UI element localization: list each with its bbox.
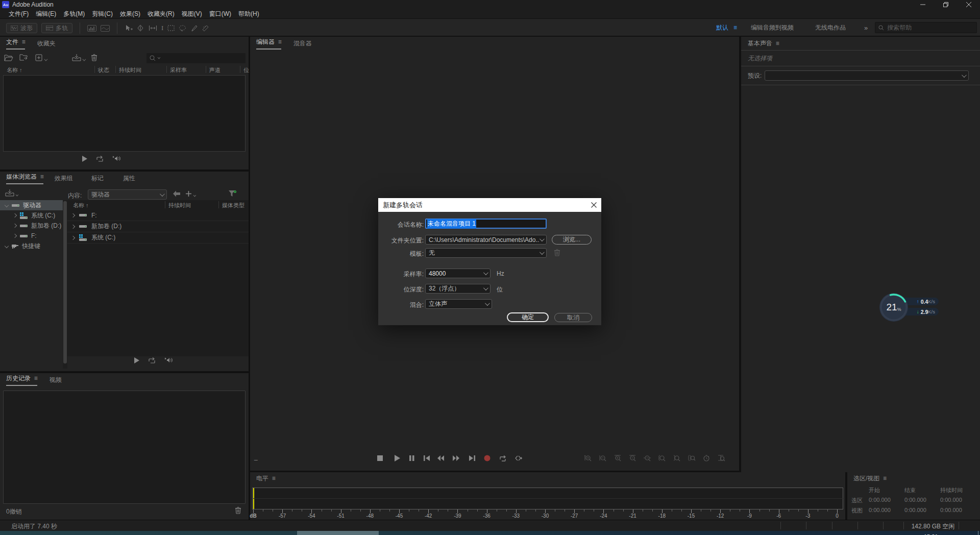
files-column-header[interactable]: 名称 ↑状态持续时间采样率声道位	[0, 65, 249, 75]
lasso-tool-icon[interactable]	[179, 25, 186, 32]
zoom-to-out-point-icon[interactable]	[673, 455, 681, 461]
files-column-2[interactable]: 持续时间	[119, 66, 141, 74]
folder-location-dropdown[interactable]: C:\Users\Administrator\Documents\Ado...	[425, 235, 547, 245]
files-list[interactable]	[3, 75, 246, 152]
menu-item-6[interactable]: 视图(V)	[178, 10, 206, 18]
import-file-icon[interactable]	[19, 54, 29, 61]
spot-healing-tool-icon[interactable]	[202, 25, 209, 32]
essential-sound-menu-icon[interactable]: ≡	[776, 40, 779, 47]
tab-editor[interactable]: 编辑器 ≡	[256, 38, 281, 50]
add-shortcut-icon[interactable]	[185, 190, 195, 197]
minimize-button[interactable]	[911, 0, 934, 9]
session-name-input[interactable]: 未命名混音项目 1	[425, 218, 547, 229]
files-panel-menu-icon[interactable]: ≡	[22, 38, 25, 45]
network-percent-circle[interactable]: 21%	[879, 293, 908, 322]
preset-dropdown[interactable]	[765, 70, 969, 81]
move-to-next-icon[interactable]	[469, 455, 476, 461]
tab-media-browser[interactable]: 媒体浏览器 ≡	[6, 173, 43, 184]
multitrack-view-button[interactable]: 多轨	[41, 23, 72, 33]
template-dropdown[interactable]: 无	[425, 248, 547, 258]
files-column-4[interactable]: 声道	[209, 66, 220, 74]
mix-dropdown[interactable]: 立体声	[425, 299, 492, 309]
taskbar-active-app[interactable]	[297, 531, 379, 535]
files-column-1[interactable]: 状态	[98, 66, 109, 74]
play-icon[interactable]	[82, 156, 87, 162]
media-list-item-1[interactable]: 新加卷 (D:)	[67, 221, 249, 232]
record-icon[interactable]	[484, 455, 492, 461]
stop-icon[interactable]	[377, 455, 384, 461]
play-icon[interactable]	[394, 455, 401, 461]
tab-selection-view[interactable]: 选区/视图 ≡	[853, 474, 886, 483]
media-tree-item-3[interactable]: F:	[0, 231, 63, 241]
close-button[interactable]	[957, 0, 980, 9]
history-panel-menu-icon[interactable]: ≡	[34, 375, 37, 382]
import-media-icon[interactable]	[72, 54, 85, 61]
tab-effects-rack[interactable]: 效果组	[55, 174, 73, 183]
restore-button[interactable]	[934, 0, 957, 9]
bit-depth-dropdown[interactable]: 32（浮点）	[425, 284, 491, 294]
new-content-icon[interactable]	[35, 54, 46, 61]
template-delete-icon[interactable]	[554, 249, 560, 256]
move-to-previous-icon[interactable]	[423, 455, 431, 461]
menu-item-4[interactable]: 效果(S)	[116, 10, 144, 18]
brush-tool-icon[interactable]	[190, 25, 198, 32]
spectral-display-icon[interactable]	[87, 25, 96, 32]
waveform-view-button[interactable]: 波形	[6, 23, 37, 33]
tab-markers[interactable]: 标记	[91, 174, 104, 183]
help-search-box[interactable]: 搜索帮助	[875, 22, 977, 33]
zoom-to-selection-icon[interactable]	[688, 455, 696, 461]
open-file-icon[interactable]	[4, 54, 13, 61]
menu-item-0[interactable]: 文件(F)	[5, 10, 32, 18]
tab-essential-sound[interactable]: 基本声音 ≡	[748, 39, 779, 48]
workspace-tab-default[interactable]: 默认	[716, 23, 728, 32]
media-list-item-0[interactable]: F:	[67, 210, 249, 221]
tab-levels[interactable]: 电平 ≡	[256, 474, 275, 483]
back-icon[interactable]	[173, 190, 181, 197]
auto-play-icon[interactable]	[164, 357, 173, 363]
editor-panel-menu-icon[interactable]: ≡	[278, 38, 281, 45]
zoom-in-vertical-icon[interactable]	[584, 455, 592, 461]
tab-history[interactable]: 历史记录 ≡	[6, 374, 37, 386]
skip-selection-icon[interactable]	[514, 455, 522, 461]
menu-item-8[interactable]: 帮助(H)	[235, 10, 263, 18]
workspace-menu-icon[interactable]: ≡	[733, 24, 737, 31]
timed-record-icon[interactable]	[703, 455, 710, 461]
zoom-reset-icon[interactable]	[644, 455, 651, 461]
tab-favorites[interactable]: 收藏夹	[37, 39, 56, 48]
zoom-out-horizontal-icon[interactable]	[629, 455, 636, 461]
cancel-button[interactable]: 取消	[554, 313, 592, 322]
pause-icon[interactable]	[408, 455, 416, 461]
text-tool-icon[interactable]: I	[161, 24, 163, 32]
media-list-column-2[interactable]: 媒体类型	[222, 202, 244, 209]
menu-item-7[interactable]: 窗口(W)	[206, 10, 235, 18]
media-list-column-1[interactable]: 持续时间	[168, 202, 191, 209]
files-trash-icon[interactable]	[91, 54, 97, 61]
content-dropdown[interactable]: 驱动器	[88, 189, 167, 200]
move-tool-icon[interactable]	[125, 25, 133, 32]
menu-item-5[interactable]: 收藏夹(R)	[144, 10, 178, 18]
files-search-box[interactable]	[146, 53, 246, 63]
history-list[interactable]	[3, 391, 246, 504]
media-import-icon[interactable]	[5, 189, 17, 197]
loop-icon[interactable]	[499, 455, 507, 461]
windows-taskbar[interactable]: 15:21	[0, 531, 980, 535]
fast-forward-icon[interactable]	[452, 455, 460, 461]
media-panel-menu-icon[interactable]: ≡	[40, 173, 43, 180]
workspace-tab-edit-audio-to-video[interactable]: 编辑音频到视频	[751, 23, 794, 32]
tab-video[interactable]: 视频	[50, 376, 62, 384]
network-monitor-widget[interactable]: ↑ 0.4 K/s ↓ 2.9 K/s 21%	[879, 293, 941, 322]
tab-files[interactable]: 文件 ≡	[6, 38, 25, 50]
media-list-item-2[interactable]: 系统 (C:)	[67, 232, 249, 244]
files-column-3[interactable]: 采样率	[170, 66, 187, 74]
slip-tool-icon[interactable]	[149, 25, 157, 31]
browse-button[interactable]: 浏览...	[552, 235, 592, 245]
media-tree-scrollbar[interactable]	[63, 200, 67, 369]
media-list-column-0[interactable]: 名称 ↑	[73, 202, 89, 209]
zoom-full-icon[interactable]	[718, 455, 725, 461]
rewind-icon[interactable]	[437, 455, 445, 461]
media-tree-item-1[interactable]: 系统 (C:)	[0, 210, 63, 221]
play-icon[interactable]	[134, 357, 139, 363]
zoom-out-vertical-icon[interactable]	[599, 455, 607, 461]
pitch-display-icon[interactable]	[101, 25, 110, 32]
tab-properties[interactable]: 属性	[123, 174, 135, 183]
